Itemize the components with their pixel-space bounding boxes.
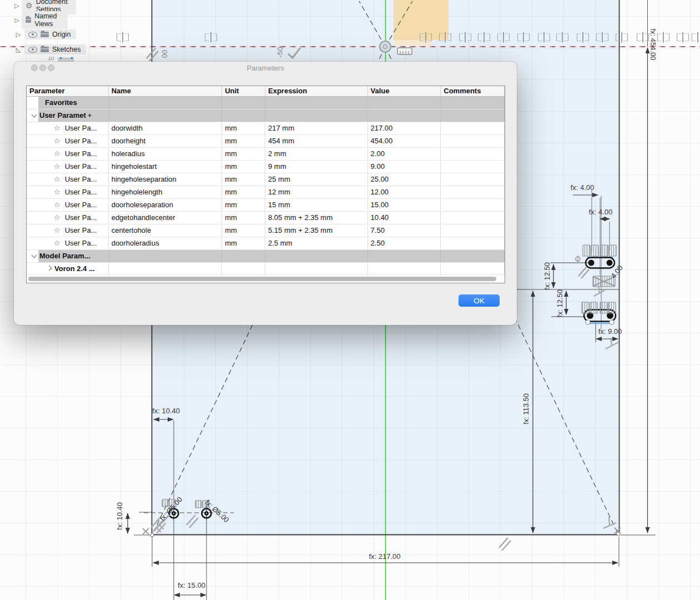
eye-visibility-icon[interactable] — [28, 47, 37, 53]
eye-visibility-icon[interactable] — [28, 32, 37, 38]
cell[interactable]: Favorites — [27, 97, 109, 109]
name-cell[interactable]: centertohole — [109, 224, 223, 237]
unit-cell[interactable]: mm — [222, 237, 265, 249]
column-header-name[interactable]: Name — [109, 86, 223, 96]
tree-item-pill[interactable]: Origin — [24, 29, 76, 39]
favorite-star-icon[interactable]: ☆ — [54, 213, 61, 222]
favorite-star-icon[interactable]: ☆ — [54, 239, 61, 247]
dimension-label[interactable]: fx: 12.50 — [543, 262, 551, 290]
cell[interactable] — [222, 97, 265, 109]
tree-item-pill[interactable]: Named Views — [22, 11, 68, 29]
cell[interactable] — [222, 109, 265, 122]
parameter-row[interactable]: ☆User Pa...doorheightmm454 mm454.00 — [27, 135, 505, 148]
expression-cell[interactable]: 2 mm — [265, 148, 368, 160]
favorite-star-icon[interactable]: ☆ — [54, 201, 61, 209]
dimension-label[interactable]: fx: 4.00 — [571, 183, 595, 192]
unit-cell[interactable]: mm — [222, 161, 265, 173]
comments-cell[interactable] — [441, 135, 505, 147]
mirror-constraint-icon[interactable] — [596, 33, 608, 42]
ok-button[interactable]: OK — [459, 294, 500, 307]
expand-arrow-icon[interactable]: ▷ — [14, 2, 19, 9]
dimension-label[interactable]: fx: 454.00 — [649, 28, 657, 60]
comments-cell[interactable] — [441, 186, 505, 198]
name-cell[interactable]: hingeholelength — [109, 186, 223, 198]
name-cell[interactable]: doorholeradius — [109, 237, 223, 249]
favorite-star-icon[interactable]: ☆ — [54, 137, 61, 145]
cell[interactable] — [222, 263, 265, 275]
scrollbar-thumb[interactable] — [28, 277, 496, 281]
sidebar-item-document-settings[interactable]: ▷⚙Document Settings — [14, 0, 76, 11]
cell[interactable] — [109, 109, 223, 122]
value-cell[interactable]: 15.00 — [368, 199, 441, 211]
mirror-constraint-icon[interactable] — [205, 33, 217, 42]
expression-cell[interactable]: 25 mm — [265, 173, 368, 186]
model-parameters-row[interactable]: Model Param... — [27, 250, 505, 263]
parameter-row[interactable]: ☆User Pa...doorholeseparationmm15 mm15.0… — [27, 199, 505, 212]
browser-tree-partial-row[interactable]: 10 — [48, 57, 120, 62]
cell[interactable] — [109, 250, 223, 262]
comments-cell[interactable] — [441, 237, 505, 249]
favorite-star-icon[interactable]: ☆ — [54, 124, 61, 132]
dialog-titlebar[interactable]: Parameters — [14, 62, 517, 74]
cell[interactable] — [441, 263, 505, 275]
dimension-label[interactable]: fx: 113.50 — [522, 393, 530, 424]
mirror-constraint-icon[interactable] — [439, 33, 451, 42]
cell[interactable] — [441, 97, 505, 109]
expression-cell[interactable]: 2.5 mm — [265, 237, 368, 249]
cell[interactable] — [109, 97, 223, 109]
dimension-label[interactable]: 00 — [160, 50, 169, 58]
unit-cell[interactable]: mm — [222, 148, 265, 160]
corner-point[interactable] — [150, 533, 154, 537]
parameter-row[interactable]: ☆User Pa...holeradiusmm2 mm2.00 — [27, 148, 505, 161]
cell[interactable] — [265, 250, 368, 262]
user-parameters-row[interactable]: User Paramet+ — [27, 109, 505, 122]
expression-cell[interactable]: 8.05 mm + 2.35 mm — [265, 212, 368, 224]
column-header-value[interactable]: Value — [368, 86, 441, 96]
unit-cell[interactable]: mm — [222, 122, 265, 134]
dimension-label[interactable]: fx: 4.00 — [589, 208, 613, 216]
value-cell[interactable]: 9.00 — [368, 161, 441, 173]
cell[interactable]: Voron 2.4 ... — [27, 263, 109, 275]
cell[interactable]: ☆User Pa... — [27, 148, 109, 160]
expression-cell[interactable]: 9 mm — [265, 161, 368, 173]
name-cell[interactable]: holeradius — [109, 148, 223, 160]
dimension-label[interactable]: fx: 12.50 — [556, 289, 564, 317]
name-cell[interactable]: doorwidth — [109, 122, 223, 134]
mirror-constraint-icon[interactable] — [117, 33, 129, 42]
parameter-row[interactable]: ☆User Pa...doorholeradiusmm2.5 mm2.50 — [27, 237, 505, 250]
favorite-star-icon[interactable]: ☆ — [54, 149, 61, 158]
parameter-row[interactable]: ☆User Pa...centertoholemm5.15 mm + 2.35 … — [27, 224, 505, 237]
cell[interactable]: ☆User Pa... — [27, 186, 109, 198]
dimension-label[interactable]: fx: 9.00 — [598, 327, 622, 336]
expression-cell[interactable]: 454 mm — [265, 135, 368, 147]
horizontal-scrollbar[interactable] — [27, 274, 505, 283]
origin-point[interactable] — [380, 41, 391, 52]
value-cell[interactable]: 2.50 — [368, 237, 441, 249]
cell[interactable]: ☆User Pa... — [27, 161, 109, 173]
favorite-star-icon[interactable]: ☆ — [54, 162, 61, 171]
expand-arrow-icon[interactable]: ▷ — [14, 31, 22, 38]
favorite-star-icon[interactable]: ☆ — [54, 175, 61, 183]
dimension-label[interactable]: fx: 15.00 — [178, 581, 205, 589]
comments-cell[interactable] — [441, 161, 505, 173]
cell[interactable]: ☆User Pa... — [27, 199, 109, 211]
name-cell[interactable]: hingeholestart — [109, 161, 223, 173]
column-header-expression[interactable]: Expression — [265, 86, 368, 96]
favorite-star-icon[interactable]: ☆ — [54, 188, 61, 196]
cell[interactable] — [265, 109, 368, 122]
mirror-constraint-icon[interactable] — [459, 33, 471, 42]
chevron-right-icon[interactable] — [47, 266, 52, 271]
corner-point[interactable] — [617, 532, 620, 536]
comments-cell[interactable] — [441, 122, 505, 134]
value-cell[interactable]: 25.00 — [368, 173, 441, 186]
cell[interactable] — [441, 250, 505, 262]
unit-cell[interactable]: mm — [222, 224, 265, 237]
mirror-constraint-icon[interactable] — [420, 33, 432, 42]
cell[interactable]: ☆User Pa... — [27, 173, 109, 186]
value-cell[interactable]: 217.00 — [368, 122, 441, 134]
parameter-row[interactable]: ☆User Pa...hingeholeseparationmm25 mm25.… — [27, 173, 505, 186]
parameter-row[interactable]: ☆User Pa...hingeholelengthmm12 mm12.00 — [27, 186, 505, 199]
value-cell[interactable]: 7.50 — [368, 224, 441, 237]
mirror-constraint-icon[interactable] — [556, 33, 568, 42]
value-cell[interactable]: 10.40 — [368, 212, 441, 224]
